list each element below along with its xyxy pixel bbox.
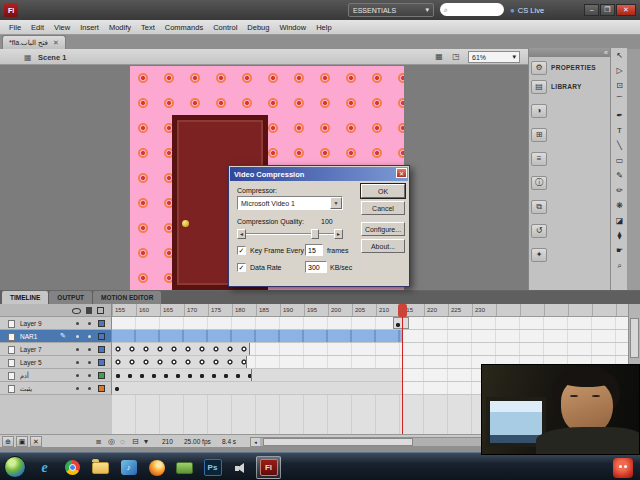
layer-lock-dot[interactable] [88, 322, 91, 325]
brush-tool-icon[interactable]: ✏ [611, 183, 628, 198]
layer-frames[interactable] [112, 330, 628, 343]
layer-visible-dot[interactable] [76, 322, 79, 325]
layer-outline-color[interactable] [98, 372, 105, 379]
keyframe-span[interactable] [112, 343, 250, 355]
layer-name-cell[interactable]: يثبت [0, 382, 112, 395]
lasso-tool-icon[interactable]: ⌒ [611, 93, 628, 108]
menu-modify[interactable]: Modify [104, 20, 136, 35]
search-box[interactable]: ⌕ [440, 3, 504, 16]
deco-tool-icon[interactable]: ❋ [611, 198, 628, 213]
menu-control[interactable]: Control [208, 20, 242, 35]
dialog-title-bar[interactable]: Video Compression [230, 167, 408, 181]
modify-markers-icon[interactable]: ▾ [144, 437, 148, 446]
layer-visible-dot[interactable] [76, 387, 79, 390]
layer-name-cell[interactable]: Layer 7 [0, 343, 112, 356]
tab-timeline[interactable]: TIMELINE [2, 291, 48, 304]
transform-panel-button[interactable]: ⧉ [531, 198, 609, 215]
delete-layer-button[interactable]: ✕ [30, 436, 42, 447]
taskbar-chrome[interactable] [60, 456, 85, 479]
cancel-button[interactable]: Cancel [361, 201, 405, 215]
menu-file[interactable]: File [4, 20, 26, 35]
taskbar-angry-birds[interactable] [610, 456, 635, 479]
layer-lock-dot[interactable] [88, 335, 91, 338]
center-frame-icon[interactable]: ⧈ [96, 437, 101, 447]
quality-slider[interactable]: ◄ ► [237, 229, 343, 239]
layer-visible-dot[interactable] [76, 374, 79, 377]
selected-frame-span[interactable] [112, 330, 403, 342]
layer-outline-color[interactable] [98, 385, 105, 392]
subselection-tool-icon[interactable]: ▷ [611, 63, 628, 78]
layer-outline-color[interactable] [98, 333, 105, 340]
frame-span[interactable] [252, 369, 403, 381]
keyframe-input[interactable] [305, 244, 323, 256]
taskbar-photoshop[interactable]: Ps [200, 456, 225, 479]
scroll-left-icon[interactable]: ◂ [251, 438, 260, 446]
pen-tool-icon[interactable]: ✒ [611, 108, 628, 123]
selection-tool-icon[interactable]: ↖ [611, 48, 628, 63]
tab-motion-editor[interactable]: MOTION EDITOR [93, 291, 161, 304]
new-folder-button[interactable]: ▣ [16, 436, 28, 447]
playhead[interactable] [398, 304, 407, 317]
menu-text[interactable]: Text [136, 20, 160, 35]
dialog-close-button[interactable]: ✕ [396, 168, 407, 178]
layer-outline-color[interactable] [98, 359, 105, 366]
vscroll-thumb[interactable] [630, 318, 639, 358]
swatches-panel-button[interactable]: ⊞ [531, 126, 609, 143]
eyedropper-tool-icon[interactable]: ⧫ [611, 228, 628, 243]
configure-button[interactable]: Configure... [361, 222, 405, 236]
menu-window[interactable]: Window [274, 20, 311, 35]
layer-outline-color[interactable] [98, 320, 105, 327]
taskbar-flash[interactable]: Fl [256, 456, 281, 479]
layer-lock-dot[interactable] [88, 374, 91, 377]
start-button[interactable] [4, 456, 26, 478]
slider-left-arrow-icon[interactable]: ◄ [237, 229, 246, 239]
keyframe-checkbox[interactable]: ✓ [237, 246, 246, 255]
edit-multiple-frames-icon[interactable]: ⊟ [132, 437, 139, 446]
line-tool-icon[interactable]: ╲ [611, 138, 628, 153]
free-transform-tool-icon[interactable]: ⊡ [611, 78, 628, 93]
taskbar-file-explorer[interactable] [88, 456, 113, 479]
workspace-switcher[interactable]: ESSENTIALS ▾ [348, 3, 434, 17]
dock-header[interactable]: « [529, 48, 611, 57]
text-tool-icon[interactable]: T [611, 123, 628, 138]
show-hide-icon[interactable] [72, 308, 81, 314]
slider-thumb[interactable] [311, 229, 319, 239]
taskbar-firefox[interactable] [144, 456, 169, 479]
layer-visible-dot[interactable] [76, 348, 79, 351]
layer-visible-dot[interactable] [76, 361, 79, 364]
compressor-dropdown[interactable]: Microsoft Video 1 ▼ [237, 196, 343, 210]
layer-lock-dot[interactable] [88, 361, 91, 364]
ok-button[interactable]: OK [361, 184, 405, 198]
frame-ruler[interactable]: 155 160 165 170 175 180 185 190 195 200 … [112, 304, 628, 317]
menu-edit[interactable]: Edit [26, 20, 49, 35]
taskbar-pictures-folder[interactable] [172, 456, 197, 479]
menu-view[interactable]: View [49, 20, 75, 35]
tab-close-icon[interactable]: ✕ [53, 39, 59, 47]
rectangle-tool-icon[interactable]: ▭ [611, 153, 628, 168]
edit-scene-icon[interactable]: ▦ [432, 52, 446, 63]
layer-name-cell[interactable]: Layer 5 [0, 356, 112, 369]
info-panel-button[interactable]: ⓘ [531, 174, 609, 191]
layer-name-cell[interactable]: NAR1 ✎ [0, 330, 112, 343]
history-panel-button[interactable]: ↺ [531, 222, 609, 239]
taskbar-internet-explorer[interactable]: e [32, 456, 57, 479]
taskbar-media-player[interactable]: ♪ [116, 456, 141, 479]
onion-skin-icon[interactable]: ◎ [108, 437, 115, 446]
minimize-button[interactable]: − [584, 4, 599, 16]
taskbar-volume[interactable] [228, 456, 253, 479]
scene-breadcrumb[interactable]: Scene 1 [38, 53, 66, 62]
layer-outline-color[interactable] [98, 346, 105, 353]
motion-presets-panel-button[interactable]: ✦ [531, 246, 609, 263]
layer-visible-dot[interactable] [76, 335, 79, 338]
layer-name-cell[interactable]: Layer 9 [0, 317, 112, 330]
onion-outline-icon[interactable]: ◌ [120, 437, 125, 446]
layer-frames[interactable] [112, 317, 628, 330]
zoom-select[interactable]: 61% ▾ [468, 51, 520, 63]
new-layer-button[interactable]: ⊕ [2, 436, 14, 447]
tab-output[interactable]: OUTPUT [49, 291, 92, 304]
menu-insert[interactable]: Insert [75, 20, 104, 35]
frame-span[interactable] [112, 382, 403, 394]
keyframe-span[interactable] [112, 369, 252, 381]
library-panel-button[interactable]: ▤ LIBRARY [531, 78, 609, 95]
color-panel-button[interactable]: ◑ [531, 102, 609, 119]
